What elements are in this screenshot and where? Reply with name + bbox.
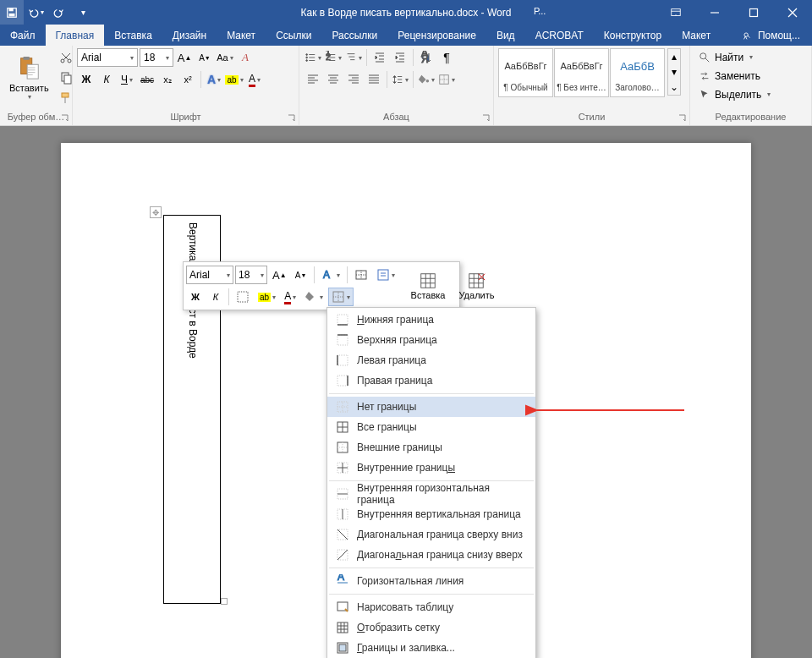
close-button[interactable] [773,0,812,25]
show-hide-button[interactable]: ¶ [437,48,456,67]
justify-button[interactable] [365,70,383,89]
show-grid-item[interactable]: Отобразить сетку [327,617,535,638]
mini-font-size[interactable]: 18▾ [235,266,267,284]
increase-indent-button[interactable] [391,48,409,67]
numbering-button[interactable]: 12▾ [324,48,343,67]
line-spacing-button[interactable]: ▾ [391,70,409,89]
styles-expand[interactable]: ⌄ [668,80,680,95]
italic-button[interactable]: К [97,70,116,89]
svg-rect-16 [62,93,69,97]
border-inside-horizontal-item[interactable]: Внутренняя горизонтальная граница [327,484,535,504]
tab-layout[interactable]: Макет [217,25,266,46]
mini-font-color[interactable]: A▾ [281,288,299,306]
decrease-indent-button[interactable] [370,48,389,67]
style-normal[interactable]: АаБбВвГг ¶ Обычный [498,48,553,97]
border-left-item[interactable]: Левая граница [327,350,535,370]
mini-font-name[interactable]: Arial▾ [186,266,233,284]
minimize-button[interactable] [695,0,734,25]
undo-button[interactable]: ▾ [24,0,47,25]
highlight-button[interactable]: ab▾ [225,70,244,89]
superscript-button[interactable]: x² [178,70,197,89]
paragraph-dialog-launcher[interactable] [480,112,491,123]
styles-dialog-launcher[interactable] [677,112,688,123]
clear-formatting-button[interactable]: A [236,48,255,67]
change-case-button[interactable]: Aa▾ [216,48,234,67]
paste-button[interactable]: Вставить ▾ [4,48,54,106]
mini-bold[interactable]: Ж [186,288,205,306]
tab-acrobat[interactable]: ACROBAT [525,25,594,46]
font-name-input[interactable]: Arial▾ [77,48,138,67]
mini-shrink-font[interactable]: A▼ [292,266,310,284]
align-center-button[interactable] [324,70,343,89]
border-outside-item[interactable]: Внешние границы [327,437,535,458]
bullets-button[interactable]: ▾ [304,48,322,67]
align-right-button[interactable] [344,70,363,89]
tab-review[interactable]: Рецензирование [387,25,486,46]
tab-design[interactable]: Дизайн [162,25,217,46]
tab-mail[interactable]: Рассылки [321,25,387,46]
styles-scroll-down[interactable]: ▾ [668,64,680,80]
borders-button[interactable]: ▾ [437,70,456,89]
mini-italic[interactable]: К [206,288,225,306]
tab-table-design[interactable]: Конструктор [594,25,672,46]
border-diag-down-item[interactable]: Диагональная граница сверху вниз [327,524,535,545]
clipboard-dialog-launcher[interactable] [59,112,70,123]
sort-button[interactable]: AЯ [417,48,436,67]
style-no-spacing[interactable]: АаБбВвГг ¶ Без инте… [554,48,609,97]
quick-access-more[interactable]: ▾ [71,0,95,25]
border-right-item[interactable]: Правая граница [327,370,535,391]
tell-me[interactable]: Помощ... [729,25,812,46]
mini-align-cells[interactable]: ▾ [373,266,398,284]
borders-and-shading-item[interactable]: Границы и заливка... [327,638,535,658]
tab-table-layout[interactable]: Макет [672,25,721,46]
redo-button[interactable] [47,0,71,25]
styles-scroll-up[interactable]: ▴ [668,49,680,64]
mini-merge-cells[interactable] [351,266,371,284]
tab-insert[interactable]: Вставка [104,25,162,46]
grow-font-button[interactable]: A▲ [175,48,194,67]
shading-button[interactable]: ▾ [417,70,436,89]
font-color-button[interactable]: A▾ [245,70,264,89]
border-inside-item[interactable]: Внутренние границы [327,458,535,478]
tab-references[interactable]: Ссылки [266,25,321,46]
shrink-font-button[interactable]: A▼ [195,48,214,67]
multilevel-list-button[interactable]: ▾ [344,48,363,67]
horizontal-line-item[interactable]: AГоризонтальная линия [327,571,535,591]
border-none-item[interactable]: Нет границы [327,397,535,417]
svg-point-18 [306,57,308,58]
align-left-button[interactable] [304,70,322,89]
table-resize-handle[interactable] [221,598,228,605]
mini-borders2[interactable] [233,288,253,306]
ribbon-options-button[interactable] [656,0,695,25]
tab-view[interactable]: Вид [486,25,525,46]
border-diag-up-item[interactable]: Диагональная граница снизу вверх [327,545,535,565]
border-all-item[interactable]: Все границы [327,417,535,437]
mini-highlight[interactable]: ab▾ [255,288,279,306]
replace-button[interactable]: Заменить [694,67,775,85]
font-size-input[interactable]: 18▾ [140,48,173,67]
tab-home[interactable]: Главная [46,25,105,46]
mini-grow-font[interactable]: A▲ [269,266,290,284]
mini-delete-button[interactable]: Удалить [453,266,500,305]
style-heading1[interactable]: АаБбВ Заголово… [610,48,665,97]
tab-file[interactable]: Файл [0,25,46,46]
mini-styles[interactable]: A▾ [318,266,343,284]
subscript-button[interactable]: x₂ [158,70,177,89]
strikethrough-button[interactable]: abc [138,70,156,89]
select-button[interactable]: Выделить▾ [694,85,775,103]
mini-borders-split[interactable]: ▾ [328,288,354,306]
underline-button[interactable]: Ч▾ [118,70,136,89]
maximize-button[interactable] [734,0,773,25]
find-button[interactable]: Найти▾ [694,48,775,66]
mini-insert-button[interactable]: Вставка [405,266,452,305]
bold-button[interactable]: Ж [77,70,96,89]
border-bottom-item[interactable]: Нижняя граница [327,310,535,330]
draw-table-item[interactable]: Нарисовать таблицу [327,597,535,617]
font-dialog-launcher[interactable] [286,112,297,123]
text-effects-button[interactable]: A▾ [205,70,223,89]
border-inside-vertical-item[interactable]: Внутренняя вертикальная граница [327,504,535,524]
mini-shading[interactable]: ▾ [301,288,326,306]
border-top-item[interactable]: Верхняя граница [327,330,535,350]
table-move-handle[interactable]: ✥ [150,206,162,218]
save-button[interactable] [0,0,24,25]
